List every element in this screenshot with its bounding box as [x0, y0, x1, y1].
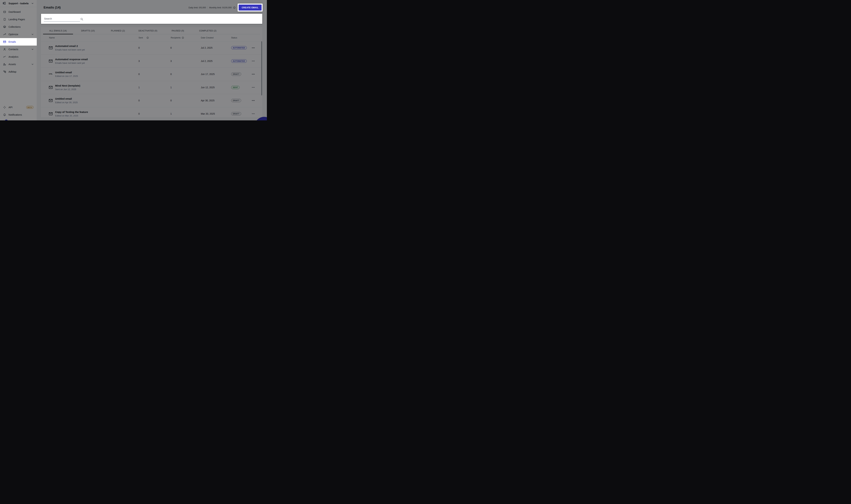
- search-input[interactable]: [44, 17, 79, 21]
- search-card: [41, 14, 262, 24]
- sidebar-item-label: Emails: [8, 40, 16, 43]
- emails-icon: [3, 40, 6, 43]
- search-icon[interactable]: [81, 18, 83, 21]
- app-window: Support - Isabela DashboardLanding Pages…: [0, 0, 267, 120]
- search-underline: [44, 21, 80, 22]
- create-email-spotlight: CREATE EMAIL: [238, 4, 263, 12]
- sidebar-item-emails[interactable]: Emails: [0, 38, 37, 46]
- create-email-button[interactable]: CREATE EMAIL: [239, 5, 262, 11]
